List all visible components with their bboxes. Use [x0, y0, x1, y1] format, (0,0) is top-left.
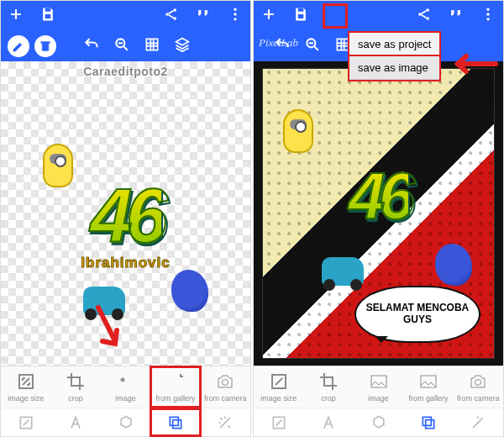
svg-point-12 — [121, 379, 123, 382]
svg-point-3 — [173, 8, 176, 12]
svg-rect-17 — [173, 419, 181, 428]
save-as-project-option[interactable]: save as project — [349, 33, 439, 56]
quote-icon[interactable] — [448, 6, 465, 26]
sonic-character — [171, 270, 208, 312]
canvas[interactable]: Caraeditpoto2 46 Ibrahimovic — [1, 61, 250, 366]
svg-point-7 — [234, 18, 236, 20]
svg-rect-16 — [170, 417, 178, 425]
zoom-out-icon[interactable] — [113, 36, 130, 56]
sub-toolbar — [1, 31, 250, 61]
delete-icon[interactable] — [34, 35, 56, 57]
svg-point-2 — [165, 13, 169, 16]
minion-character — [283, 109, 313, 153]
more-icon[interactable] — [480, 6, 496, 26]
top-toolbar — [254, 1, 503, 31]
add-icon[interactable] — [260, 6, 277, 26]
save-icon[interactable] — [292, 6, 309, 26]
svg-rect-0 — [45, 8, 51, 12]
artwork-group: 46 — [271, 84, 486, 308]
quote-icon[interactable] — [195, 6, 212, 26]
artwork-number: 46 — [349, 158, 408, 234]
svg-point-25 — [486, 18, 489, 20]
tool-from-camera[interactable]: from camera — [454, 366, 503, 408]
bottom-tabs — [254, 408, 503, 436]
svg-rect-19 — [298, 14, 304, 18]
tab-effects[interactable] — [454, 408, 503, 436]
annotation-save-highlight — [323, 3, 348, 29]
save-icon[interactable] — [39, 6, 56, 26]
svg-point-5 — [234, 8, 236, 11]
tool-image[interactable]: image — [354, 366, 403, 408]
watermark-text: Caraeditpoto2 — [83, 65, 168, 78]
tool-image[interactable]: image — [101, 366, 150, 408]
svg-rect-34 — [426, 419, 434, 428]
tab-effects[interactable] — [201, 408, 250, 436]
tab-text[interactable] — [50, 408, 100, 436]
right-screenshot: PixelLab save as project save as image 4… — [253, 0, 504, 437]
artwork-number: 46 — [90, 173, 160, 260]
app-brand: PixelLab — [259, 36, 298, 50]
share-icon[interactable] — [416, 6, 433, 26]
tool-row: image size crop image from gallery from … — [254, 366, 503, 408]
tool-from-gallery[interactable]: from gallery — [150, 366, 200, 408]
annotation-arrow-down — [81, 303, 132, 362]
svg-point-14 — [223, 380, 228, 386]
save-as-image-option[interactable]: save as image — [349, 56, 439, 80]
top-toolbar — [1, 1, 250, 31]
tool-crop[interactable]: crop — [303, 366, 353, 408]
more-icon[interactable] — [227, 6, 244, 26]
svg-point-4 — [173, 17, 176, 20]
tab-text[interactable] — [303, 408, 353, 436]
svg-point-6 — [234, 13, 236, 15]
tab-expand[interactable] — [254, 408, 303, 436]
motorcycle-graphic — [322, 257, 364, 286]
edit-icon[interactable] — [8, 35, 29, 57]
tool-image-size[interactable]: image size — [1, 366, 50, 408]
tab-shape[interactable] — [354, 408, 403, 436]
left-screenshot: Caraeditpoto2 46 Ibrahimovic image size … — [0, 0, 251, 437]
tab-layers[interactable] — [150, 408, 200, 436]
share-icon[interactable] — [163, 6, 180, 26]
svg-rect-33 — [423, 417, 431, 425]
tab-expand[interactable] — [1, 408, 50, 436]
save-dropdown: save as project save as image — [348, 31, 441, 82]
tab-shape[interactable] — [101, 408, 150, 436]
speech-bubble: SELAMAT MENCOBA GUYS — [354, 286, 480, 343]
sonic-character — [435, 244, 472, 286]
minion-character — [43, 144, 73, 187]
svg-point-31 — [475, 380, 481, 386]
layers-icon[interactable] — [174, 36, 191, 56]
svg-point-21 — [426, 8, 429, 12]
svg-point-22 — [426, 17, 429, 20]
tool-crop[interactable]: crop — [50, 366, 100, 408]
svg-point-23 — [486, 8, 489, 11]
tool-from-gallery[interactable]: from gallery — [403, 366, 453, 408]
tool-row: image size crop image from gallery from … — [1, 366, 250, 408]
canvas[interactable]: 46 SELAMAT MENCOBA GUYS — [254, 61, 503, 366]
svg-rect-1 — [45, 14, 51, 18]
tool-from-camera[interactable]: from camera — [201, 366, 250, 408]
zoom-out-icon[interactable] — [304, 36, 321, 56]
bottom-tabs — [1, 408, 250, 436]
tool-image-size[interactable]: image size — [254, 366, 303, 408]
svg-point-20 — [418, 13, 422, 16]
svg-rect-18 — [298, 8, 304, 12]
add-icon[interactable] — [8, 6, 24, 26]
grid-icon[interactable] — [144, 36, 160, 56]
svg-rect-9 — [146, 39, 157, 50]
svg-point-24 — [486, 13, 489, 15]
undo-icon[interactable] — [83, 36, 100, 56]
annotation-arrow-left — [449, 51, 500, 76]
svg-rect-27 — [337, 39, 348, 50]
tab-layers[interactable] — [403, 408, 453, 436]
